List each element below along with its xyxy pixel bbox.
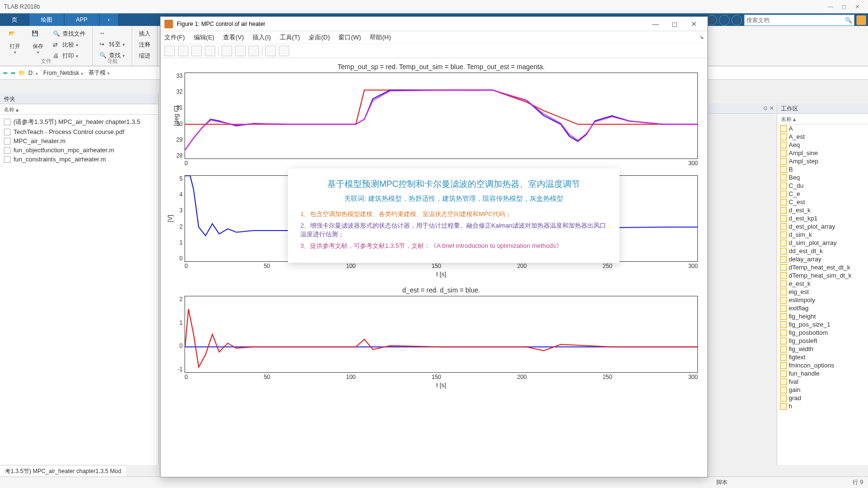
workspace-var[interactable]: fmincon_options — [777, 361, 868, 369]
goto-button[interactable]: ↔ — [97, 29, 128, 38]
doc-search[interactable]: 🔍 — [744, 14, 855, 26]
workspace-var[interactable]: eig_est — [777, 288, 868, 296]
datacursor-icon[interactable] — [235, 46, 246, 56]
menu-insert[interactable]: 插入(I) — [252, 33, 271, 42]
workspace-var[interactable]: dTemp_heat_est_dt_k — [777, 263, 868, 271]
addons-icon[interactable]: ⊕ — [732, 15, 742, 25]
workspace-var[interactable]: Beq — [777, 173, 868, 182]
plot3-axes[interactable] — [185, 296, 698, 373]
workspace-var[interactable]: d_sim_plot_array — [777, 239, 868, 247]
help-icon[interactable]: ? — [719, 15, 730, 25]
workspace-var[interactable]: fig_height — [777, 312, 868, 320]
workspace-var[interactable]: d_est_plot_array — [777, 222, 868, 231]
insert-button[interactable]: 插入 — [136, 29, 153, 39]
save-fig-icon[interactable] — [191, 46, 202, 56]
var-icon — [780, 329, 787, 336]
workspace-var[interactable]: d_est_k — [777, 206, 868, 214]
workspace-var[interactable]: C_e — [777, 190, 868, 198]
menu-more-icon[interactable]: ↘ — [699, 34, 704, 40]
workspace-var[interactable]: fig_posbottom — [777, 329, 868, 337]
tab-plots[interactable]: 绘图 — [29, 13, 64, 26]
tab-home[interactable]: 页 — [0, 13, 29, 26]
menu-help[interactable]: 帮助(H) — [370, 33, 391, 42]
plot1-axes[interactable] — [185, 73, 698, 159]
editor-tab[interactable]: 考1.3.5节) MPC_air_heater chapter1.3.5 Mod — [0, 465, 126, 476]
goto-dd-button[interactable]: ↪转至▾ — [97, 39, 128, 49]
fig-minimize[interactable]: — — [646, 20, 665, 28]
close-editor-icon[interactable]: ✕ — [769, 105, 774, 111]
tab-apps[interactable]: APP — [64, 13, 99, 26]
workspace-var[interactable]: fig_posleft — [777, 337, 868, 345]
path-seg-1[interactable]: From_Netdisk — [43, 70, 86, 76]
doc-search-input[interactable] — [746, 17, 845, 24]
workspace-var[interactable]: fval — [777, 378, 868, 386]
menu-desktop[interactable]: 桌面(D) — [309, 33, 330, 42]
search-icon[interactable]: 🔍 — [845, 17, 852, 24]
print-fig-icon[interactable] — [205, 46, 215, 56]
workspace-var[interactable]: dTemp_heat_sim_dt_k — [777, 271, 868, 280]
open-fig-icon[interactable] — [178, 46, 188, 56]
workspace-var[interactable]: grad — [777, 394, 868, 402]
notification-icon[interactable] — [856, 15, 866, 25]
file-item[interactable]: MPC_air_heater.m — [0, 136, 158, 146]
var-col-header[interactable]: 名称 ▴ — [777, 114, 868, 124]
folder-icon[interactable]: 📁 — [18, 70, 25, 76]
fig-close[interactable]: ✕ — [684, 20, 704, 28]
workspace-var[interactable]: delay_array — [777, 255, 868, 263]
workspace-var[interactable]: B — [777, 165, 868, 173]
close-button[interactable]: ✕ — [851, 3, 864, 10]
file-col-header[interactable]: 名称 ▴ — [0, 104, 158, 115]
pointer-icon[interactable] — [265, 46, 276, 56]
workspace-var[interactable]: fig_width — [777, 345, 868, 353]
workspace-var[interactable]: C_est — [777, 198, 868, 206]
maximize-button[interactable]: ◻ — [837, 3, 851, 10]
brush-icon[interactable] — [279, 46, 289, 56]
workspace-var[interactable]: h — [777, 402, 868, 410]
back-icon[interactable]: ⬅ — [3, 70, 8, 76]
menu-window[interactable]: 窗口(W) — [338, 33, 361, 42]
workspace-var[interactable]: Aeq — [777, 141, 868, 149]
rotate-icon[interactable] — [222, 46, 232, 56]
workspace-var[interactable]: d_sim_k — [777, 231, 868, 239]
save-button[interactable]: 💾保存▾ — [27, 28, 49, 57]
forward-icon[interactable]: ➡ — [11, 70, 15, 76]
path-seg-0[interactable]: D: — [28, 70, 40, 76]
file-item[interactable]: fun_constraints_mpc_airheater.m — [0, 155, 158, 164]
new-fig-icon[interactable] — [164, 46, 175, 56]
menu-file[interactable]: 文件(F) — [164, 33, 185, 42]
workspace-var[interactable]: C_du — [777, 182, 868, 190]
compare-button[interactable]: ⇄比较▾ — [50, 40, 88, 50]
indent-button[interactable]: 缩进 — [136, 51, 153, 61]
layout-icon[interactable]: ▦ — [707, 15, 717, 25]
menu-view[interactable]: 查看(V) — [223, 33, 244, 42]
tab-more[interactable]: ‹ — [99, 13, 119, 26]
dropdown-icon[interactable]: ⊙ — [763, 105, 768, 111]
workspace-var[interactable]: Ampl_sine — [777, 149, 868, 157]
workspace-var[interactable]: A_est — [777, 133, 868, 141]
find-files-button[interactable]: 🔍查找文件 — [50, 29, 88, 39]
workspace-var[interactable]: fun_handle — [777, 369, 868, 378]
file-item[interactable]: fun_objectfunction_mpc_airheater.m — [0, 146, 158, 155]
link-icon[interactable] — [248, 46, 259, 56]
workspace-var[interactable]: Ampl_step — [777, 157, 868, 165]
file-item[interactable]: (请参考1.3.5节) MPC_air_heater chapter1.3.5 — [0, 117, 158, 127]
open-button[interactable]: 📂打开▾ — [4, 28, 26, 57]
path-seg-2[interactable]: 基于模 — [88, 69, 112, 77]
file-item[interactable]: TechTeach - Process Control course.pdf — [0, 127, 158, 136]
workspace-var[interactable]: d_est_kp1 — [777, 214, 868, 222]
menu-tools[interactable]: 工具(T) — [280, 33, 300, 42]
workspace-var[interactable]: estimpoly — [777, 296, 868, 304]
workspace-var[interactable]: A — [777, 124, 868, 133]
minimize-button[interactable]: — — [824, 3, 837, 10]
fig-maximize[interactable]: ◻ — [665, 20, 684, 28]
figure-titlebar[interactable]: Figure 1: MPC control of air heater — ◻ … — [161, 17, 707, 31]
workspace-var[interactable]: e_est_k — [777, 280, 868, 288]
goto-dd-icon: ↪ — [99, 41, 107, 49]
comment-button[interactable]: 注释 — [136, 40, 153, 50]
workspace-var[interactable]: gain — [777, 386, 868, 394]
workspace-var[interactable]: exitflag — [777, 304, 868, 312]
workspace-var[interactable]: fig_pos_size_1 — [777, 320, 868, 329]
workspace-var[interactable]: dd_est_dt_k — [777, 247, 868, 255]
workspace-var[interactable]: figtext — [777, 353, 868, 361]
menu-edit[interactable]: 编辑(E) — [194, 33, 214, 42]
